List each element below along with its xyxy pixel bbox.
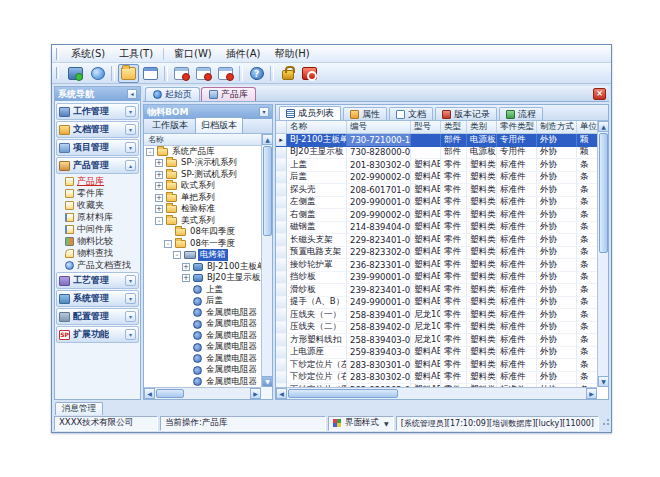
tree-node[interactable]: 金属膜电阻器: [144, 319, 261, 331]
grid-column-header[interactable]: 编号: [347, 121, 411, 134]
tree-node[interactable]: 08年四季度: [144, 227, 261, 239]
tree-node[interactable]: - 08年一季度: [144, 238, 261, 250]
sidebar-entry[interactable]: 文档管理 ▾: [56, 121, 139, 138]
tree-expander-icon[interactable]: +: [182, 263, 190, 271]
scroll-left-arrow-icon[interactable]: ◀: [276, 388, 287, 399]
member-tab[interactable]: 文档: [389, 107, 433, 120]
tree-node[interactable]: + SP-演示机系列: [144, 158, 261, 170]
menu-item[interactable]: 插件(A): [219, 46, 268, 62]
tree-node[interactable]: 后盖: [144, 296, 261, 308]
table-row[interactable]: BJ-2100主板单点 730-721000-12X 部件 电源板 专用件 外协…: [276, 134, 597, 147]
toolbar-button[interactable]: [164, 66, 168, 81]
sidebar-entry[interactable]: 收藏夹: [56, 199, 139, 211]
tree-expander-icon[interactable]: +: [155, 171, 163, 179]
table-row[interactable]: 上电源座 259-839403-00X 塑料ABS 零件 塑料类 标准件 外协 …: [276, 347, 597, 360]
table-row[interactable]: 接纱轮护罩 236-823301-00X 塑料ABS 零件 塑料类 标准件 外协…: [276, 259, 597, 272]
tree-node[interactable]: + BJ20主显示板: [144, 273, 261, 285]
toolbar-button[interactable]: [193, 64, 214, 83]
scroll-up-arrow-icon[interactable]: ▲: [262, 134, 273, 145]
tree-expander-icon[interactable]: -: [155, 217, 163, 225]
chevron-icon[interactable]: ▾: [125, 311, 136, 322]
grid-horizontal-scrollbar[interactable]: ◀ ▶: [276, 387, 597, 399]
sidebar-entry[interactable]: 原材料库: [56, 211, 139, 223]
member-tab[interactable]: 属性: [343, 107, 387, 120]
scrollbar-thumb[interactable]: [288, 389, 398, 398]
sidebar-entry[interactable]: 扩展功能 ▾: [56, 326, 139, 343]
grid-column-header[interactable]: 类别: [467, 121, 497, 134]
sidebar-entry[interactable]: 产品文档查找: [56, 259, 139, 271]
toolbar-button[interactable]: [65, 64, 86, 83]
scroll-left-arrow-icon[interactable]: ◀: [144, 388, 155, 399]
table-row[interactable]: 挡纱板 239-990001-01X 塑料ABS 零件 塑料类 标准件 外协 条: [276, 272, 597, 285]
table-row[interactable]: 预置电路支架 229-823302-00X 塑料ABS 零件 塑料类 标准件 外…: [276, 247, 597, 260]
ui-style-button[interactable]: 界面样式 ▼: [328, 416, 394, 431]
toolbar-button[interactable]: [140, 64, 161, 83]
tree-node[interactable]: + SP-测试机系列: [144, 169, 261, 181]
toolbar-button[interactable]: [111, 66, 115, 81]
table-row[interactable]: BJ20主显示板 730-828000-04X 部件 电源板 专用件 外协 颗: [276, 147, 597, 160]
bom-version-tab[interactable]: 工作版本: [147, 118, 193, 133]
grid-column-header[interactable]: 零件类型: [497, 121, 537, 134]
tree-node[interactable]: - 美式系列: [144, 215, 261, 227]
grid-column-header[interactable]: 名称: [287, 121, 347, 134]
table-row[interactable]: 上盖 201-830302-00X 塑料ABS 零件 塑料类 标准件 外协 条: [276, 159, 597, 172]
scrollbar-thumb[interactable]: [263, 146, 272, 236]
sidebar-entry[interactable]: 物料比较: [56, 235, 139, 247]
table-row[interactable]: 提手（A、B） 249-990001-01X 塑料ABS 零件 塑料类 标准件 …: [276, 297, 597, 310]
document-tab[interactable]: 产品库: [201, 87, 256, 101]
tree-node[interactable]: 金属膜电阻器: [144, 353, 261, 365]
resize-grip[interactable]: [601, 419, 609, 427]
scroll-right-arrow-icon[interactable]: ▶: [250, 388, 261, 399]
tree-node[interactable]: 金属膜电阻器: [144, 307, 261, 319]
tree-node[interactable]: + 检验标准: [144, 204, 261, 216]
toolbar-button[interactable]: [277, 64, 298, 83]
table-row[interactable]: 后盖 202-990002-01X 塑料ABS 零件 塑料类 标准件 外协 条: [276, 172, 597, 185]
table-row[interactable]: 方形塑料线扣 258-839403-00X 尼龙1010 零件 塑料类 标准件 …: [276, 334, 597, 347]
toolbar-grip[interactable]: [56, 67, 59, 79]
chevron-icon[interactable]: ▾: [125, 124, 136, 135]
member-tab[interactable]: 成员列表: [279, 106, 341, 120]
table-row[interactable]: 下纱定位片（左） 283-830301-00X 塑料ABS 零件 塑料类 标准件…: [276, 359, 597, 372]
tree-node[interactable]: 金属膜电阻器: [144, 365, 261, 377]
chevron-icon[interactable]: ▾: [125, 142, 136, 153]
sidebar-entry[interactable]: 配置管理 ▾: [56, 308, 139, 325]
tree-expander-icon[interactable]: -: [173, 251, 181, 259]
toolbar-button[interactable]: [215, 64, 236, 83]
scroll-up-arrow-icon[interactable]: ▲: [598, 121, 609, 132]
table-row[interactable]: 右侧盖 209-990002-01X 塑料ABS 零件 塑料类 标准件 外协 条: [276, 209, 597, 222]
sidebar-entry[interactable]: 物料查找: [56, 247, 139, 259]
tree-expander-icon[interactable]: -: [146, 148, 154, 156]
tree-node[interactable]: 上盖: [144, 284, 261, 296]
tree-expander-icon[interactable]: +: [155, 182, 163, 190]
table-row[interactable]: 左侧盖 209-990001-01X 塑料ABS 零件 塑料类 标准件 外协 条: [276, 197, 597, 210]
tree-node[interactable]: 金属膜电阻器: [144, 330, 261, 342]
menu-item[interactable]: 窗口(W): [167, 46, 219, 62]
toolbar-button[interactable]: [239, 66, 243, 81]
toolbar-button[interactable]: [299, 64, 320, 83]
sidebar-entry[interactable]: 系统管理 ▾: [56, 290, 139, 307]
tree-expander-icon[interactable]: -: [164, 240, 172, 248]
chevron-icon[interactable]: ▾: [125, 106, 136, 117]
chevron-icon[interactable]: ▾: [125, 275, 136, 286]
bom-version-tab[interactable]: 归档版本: [195, 117, 243, 133]
sidebar-entry[interactable]: 项目管理 ▾: [56, 139, 139, 156]
document-tab[interactable]: 起始页: [145, 87, 200, 101]
bom-panel-pin-button[interactable]: ▾: [259, 107, 269, 117]
sidebar-collapse-button[interactable]: ◂: [127, 89, 137, 99]
menu-item[interactable]: [163, 48, 164, 60]
tree-node[interactable]: 金属膜电阻器: [144, 376, 261, 387]
toolbar-button[interactable]: [87, 64, 108, 83]
tree-expander-icon[interactable]: +: [155, 194, 163, 202]
scroll-right-arrow-icon[interactable]: ▶: [586, 388, 597, 399]
table-row[interactable]: 滑纱板 239-823401-00X 塑料ABS 零件 塑料类 标准件 外协 条: [276, 284, 597, 297]
sidebar-entry[interactable]: 中间件库: [56, 223, 139, 235]
scroll-down-arrow-icon[interactable]: ▼: [262, 376, 273, 387]
toolbar-button[interactable]: [171, 64, 192, 83]
chevron-icon[interactable]: ▴: [125, 160, 136, 171]
tree-expander-icon[interactable]: +: [182, 274, 190, 282]
menu-item[interactable]: 帮助(H): [267, 46, 316, 62]
menubar-grip[interactable]: [56, 48, 59, 60]
scrollbar-thumb[interactable]: [156, 389, 184, 398]
chevron-icon[interactable]: ▾: [125, 329, 136, 340]
sidebar-entry[interactable]: 工艺管理 ▾: [56, 272, 139, 289]
